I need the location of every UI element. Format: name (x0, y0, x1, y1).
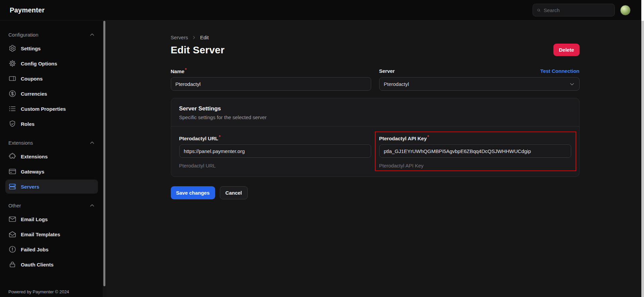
delete-button[interactable]: Delete (553, 44, 579, 56)
user-avatar[interactable] (620, 5, 631, 15)
lock-icon (8, 260, 16, 268)
shield-check-icon (8, 120, 16, 128)
page-scrollbar[interactable] (641, 0, 644, 297)
required-asterisk: * (219, 135, 220, 139)
sidebar-item-label: Servers (21, 184, 39, 190)
pterodactyl-url-label: Pterodactyl URL* (179, 135, 220, 141)
pterodactyl-api-key-input[interactable] (379, 144, 571, 158)
card-title: Server Settings (179, 105, 571, 112)
sidebar-group-other: Other Email Logs Email Templates Failed … (5, 203, 98, 271)
pterodactyl-url-helper: Pterodactyl URL (179, 163, 371, 168)
card-subtitle: Specific settings for the selected serve… (179, 114, 571, 120)
required-asterisk: * (185, 67, 187, 72)
sidebar-footer-text: Powered by Paymenter © 2024 (8, 289, 69, 294)
sidebar-scrollbar-thumb[interactable] (103, 21, 105, 286)
credit-card-icon (8, 167, 16, 176)
sidebar-item-label: Failed Jobs (21, 247, 49, 252)
group-label: Extensions (8, 140, 33, 146)
sidebar-item-coupons[interactable]: Coupons (5, 71, 98, 86)
sidebar-item-email-templates[interactable]: Email Templates (5, 227, 98, 241)
topbar-right (533, 4, 631, 16)
exclamation-circle-icon (8, 245, 16, 253)
sidebar-group-header-configuration[interactable]: Configuration (5, 32, 98, 38)
server-select[interactable]: Pterodactyl (379, 77, 580, 91)
puzzle-piece-icon (8, 152, 16, 160)
server-stack-icon (8, 183, 16, 191)
chevron-right-icon (192, 35, 196, 40)
sidebar-item-label: Coupons (21, 76, 43, 82)
name-label: Name* (171, 67, 187, 74)
sidebar-item-label: Custom Properties (21, 106, 66, 112)
test-connection-link[interactable]: Test Connection (540, 68, 579, 74)
sidebar-item-label: Gateways (21, 169, 44, 175)
pterodactyl-api-key-field-group: Pterodactyl API Key* Pterodactyl API Key (379, 135, 571, 168)
envelope-open-icon (8, 230, 16, 238)
sidebar-item-email-logs[interactable]: Email Logs (5, 212, 98, 226)
sidebar-item-label: Roles (21, 121, 35, 127)
name-field-group: Name* (171, 67, 371, 91)
sidebar-item-label: Extensions (21, 154, 48, 159)
server-select-value: Pterodactyl (384, 81, 409, 87)
pterodactyl-url-input[interactable] (179, 144, 371, 158)
sidebar-item-custom-properties[interactable]: Custom Properties (5, 102, 98, 116)
pterodactyl-api-key-label: Pterodactyl API Key* (379, 135, 429, 141)
server-field-group: Server Test Connection Pterodactyl (379, 67, 580, 91)
chevron-up-icon (89, 32, 95, 38)
server-settings-card: Server Settings Specific settings for th… (171, 98, 580, 177)
sidebar-item-label: Settings (21, 46, 41, 51)
page-title: Edit Server (171, 44, 225, 56)
search-icon (537, 7, 541, 13)
sidebar-item-label: Currencies (21, 91, 47, 97)
sidebar-item-failed-jobs[interactable]: Failed Jobs (5, 242, 98, 256)
sidebar-item-oauth-clients[interactable]: Oauth Clients (5, 257, 98, 271)
list-bullet-icon (8, 105, 16, 113)
search-box[interactable] (533, 4, 615, 16)
form-actions: Save changes Cancel (171, 186, 580, 199)
sidebar-item-settings[interactable]: Settings (5, 41, 98, 55)
breadcrumb-servers[interactable]: Servers (171, 35, 188, 40)
required-asterisk: * (428, 135, 429, 139)
sidebar-group-header-other[interactable]: Other (5, 203, 98, 208)
brand-logo[interactable]: Paymenter (10, 6, 45, 14)
search-input[interactable] (544, 7, 610, 13)
chevron-down-icon (569, 81, 575, 87)
sidebar-item-label: Email Templates (21, 232, 60, 237)
main-content: Servers Edit Edit Server Delete Name* (106, 20, 644, 297)
page-scrollbar-thumb[interactable] (641, 0, 644, 21)
cog-icon (8, 59, 16, 67)
topbar: Paymenter (0, 0, 644, 20)
chevron-up-icon (89, 203, 95, 208)
sidebar-item-label: Email Logs (21, 216, 48, 222)
sidebar-group-configuration: Configuration Settings Config Options Co… (5, 32, 98, 131)
gear-icon (8, 44, 16, 52)
sidebar-item-extensions[interactable]: Extensions (5, 149, 98, 163)
app-window: Paymenter Configuration Settings (0, 0, 644, 297)
sidebar-item-currencies[interactable]: Currencies (5, 87, 98, 101)
save-changes-button[interactable]: Save changes (171, 186, 215, 199)
group-label: Other (8, 203, 21, 208)
group-label: Configuration (8, 32, 38, 38)
sidebar-item-config-options[interactable]: Config Options (5, 56, 98, 70)
breadcrumb-edit: Edit (200, 35, 209, 40)
chevron-up-icon (89, 140, 95, 146)
sidebar-scrollbar[interactable] (103, 20, 106, 297)
sidebar-item-roles[interactable]: Roles (5, 117, 98, 131)
sidebar-item-label: Config Options (21, 61, 57, 66)
name-input[interactable] (171, 77, 371, 91)
envelope-icon (8, 215, 16, 223)
breadcrumb: Servers Edit (171, 35, 580, 40)
server-label: Server (379, 68, 395, 74)
currency-dollar-icon (8, 90, 16, 98)
sidebar-item-label: Oauth Clients (21, 262, 54, 267)
pterodactyl-url-field-group: Pterodactyl URL* Pterodactyl URL (179, 135, 371, 168)
ticket-icon (8, 75, 16, 83)
server-form: Name* Server Test Connection Pterodactyl (171, 67, 580, 91)
sidebar-group-extensions: Extensions Extensions Gateways Servers (5, 140, 98, 194)
sidebar-group-header-extensions[interactable]: Extensions (5, 140, 98, 146)
sidebar-item-gateways[interactable]: Gateways (5, 164, 98, 179)
pterodactyl-api-key-helper: Pterodactyl API Key (379, 163, 571, 168)
cancel-button[interactable]: Cancel (220, 186, 248, 199)
sidebar-item-servers[interactable]: Servers (5, 180, 98, 194)
sidebar: Configuration Settings Config Options Co… (0, 20, 103, 297)
